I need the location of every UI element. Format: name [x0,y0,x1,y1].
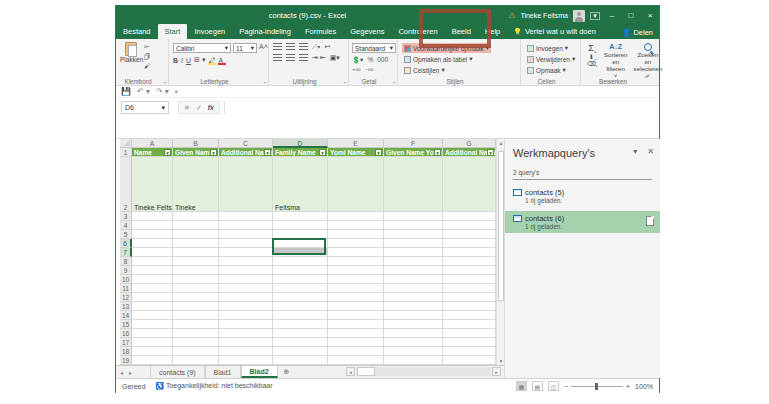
cell-C6[interactable] [219,239,273,248]
align-middle-icon[interactable] [286,43,295,50]
cell-F19[interactable] [384,356,443,365]
cell-D14[interactable] [273,311,328,320]
filter-dropdown-icon[interactable]: ▾ [487,149,494,156]
percent-icon[interactable]: % [367,56,373,64]
row-header-6[interactable]: 6 [120,239,132,248]
cell-A4[interactable] [132,221,173,230]
dialog-launcher-icon[interactable]: ⌐ [344,79,347,85]
orientation-icon[interactable]: ⟋▾ [312,43,320,51]
data-cell-B2[interactable]: Tineke [173,157,219,212]
sheet-nav-right-icon[interactable]: ▸ [129,369,132,376]
comma-icon[interactable]: 000 [377,56,388,64]
cell-B17[interactable] [173,338,219,347]
cell-A5[interactable] [132,230,173,239]
row-header-19[interactable]: 19 [120,356,132,365]
row-header-2[interactable]: 2 [120,157,132,212]
row-header-10[interactable]: 10 [120,275,132,284]
query-item-contacts-5[interactable]: contacts (5) 1 rij geladen. [505,185,660,207]
formula-input[interactable] [224,101,655,114]
cell-B8[interactable] [173,257,219,266]
cell-G17[interactable] [443,338,496,347]
cell-A9[interactable] [132,266,173,275]
cell-F11[interactable] [384,284,443,293]
indent-icon[interactable]: ⇥ ⇤ [312,54,326,62]
panel-menu-icon[interactable]: ▾ [633,147,637,156]
cell-B16[interactable] [173,329,219,338]
cell-D10[interactable] [273,275,328,284]
data-cell-C2[interactable] [219,157,273,212]
insert-cells-button[interactable]: Invoegen▾ [525,43,577,53]
cell-G13[interactable] [443,302,496,311]
cell-A18[interactable] [132,347,173,356]
cell-F18[interactable] [384,347,443,356]
horizontal-scrollbar[interactable]: ◂ ▸ [346,367,501,376]
cell-G8[interactable] [443,257,496,266]
cell-A8[interactable] [132,257,173,266]
cell-E14[interactable] [328,311,384,320]
cell-A19[interactable] [132,356,173,365]
cell-C13[interactable] [219,302,273,311]
row-header-13[interactable]: 13 [120,302,132,311]
cell-F5[interactable] [384,230,443,239]
cell-A11[interactable] [132,284,173,293]
zoom-slider-thumb[interactable] [595,383,598,390]
align-right-icon[interactable] [299,54,308,61]
align-top-icon[interactable] [273,43,282,50]
tab-gegevens[interactable]: Gegevens [343,24,391,39]
align-left-icon[interactable] [273,54,282,61]
zoom-slider[interactable] [571,386,623,387]
cell-E7[interactable] [328,248,384,257]
cell-A7[interactable] [132,248,173,257]
collapse-ribbon-icon[interactable]: ⌃ [643,75,649,83]
row-header-18[interactable]: 18 [120,347,132,356]
cell-G11[interactable] [443,284,496,293]
grow-font-icon[interactable]: A˄ [259,43,268,53]
cell-E13[interactable] [328,302,384,311]
number-format-combo[interactable]: Standaard▾ [352,43,396,53]
delete-cells-button[interactable]: Verwijderen▾ [525,54,577,64]
row-header-3[interactable]: 3 [120,212,132,221]
cell-A13[interactable] [132,302,173,311]
cell-A17[interactable] [132,338,173,347]
row-header-8[interactable]: 8 [120,257,132,266]
zoom-out-icon[interactable]: − [564,383,568,390]
decrease-decimal-icon[interactable]: ⁻⁰⁰ [365,67,374,75]
column-header-A[interactable]: A [132,139,173,148]
cell-F4[interactable] [384,221,443,230]
cell-D15[interactable] [273,320,328,329]
share-button[interactable]: 👤Delen [622,28,653,37]
cell-B6[interactable] [173,239,219,248]
clear-icon[interactable]: ⌫˯ [587,60,598,67]
zoom-level[interactable]: 100% [635,383,653,390]
row-header-11[interactable]: 11 [120,284,132,293]
cell-C11[interactable] [219,284,273,293]
cell-C10[interactable] [219,275,273,284]
cell-B3[interactable] [173,212,219,221]
row-header-9[interactable]: 9 [120,266,132,275]
cell-E18[interactable] [328,347,384,356]
cell-styles-button[interactable]: Celstijlen▾ [402,65,491,75]
cell-C4[interactable] [219,221,273,230]
cell-B11[interactable] [173,284,219,293]
fill-icon[interactable]: ⬇˯ [589,53,596,60]
scroll-right-icon[interactable]: ▸ [492,367,501,376]
tab-start[interactable]: Start [158,24,188,39]
cell-D8[interactable] [273,257,328,266]
cell-B12[interactable] [173,293,219,302]
filter-dropdown-icon[interactable]: ▾ [319,149,326,156]
increase-decimal-icon[interactable]: ⁺⁰⁰ [352,67,361,75]
column-header-B[interactable]: B [173,139,219,148]
cell-A10[interactable] [132,275,173,284]
cell-D4[interactable] [273,221,328,230]
cell-B19[interactable] [173,356,219,365]
page-layout-view-button[interactable]: ▤ [532,381,543,391]
cell-F14[interactable] [384,311,443,320]
cell-G18[interactable] [443,347,496,356]
sheet-tab-contacts[interactable]: contacts (9) [150,366,205,378]
row-header-5[interactable]: 5 [120,230,132,239]
cell-F3[interactable] [384,212,443,221]
cell-C3[interactable] [219,212,273,221]
tab-pagina-indeling[interactable]: Pagina-indeling [232,24,298,39]
row-header-1[interactable]: 1 [120,148,132,157]
cancel-icon[interactable]: ✕ [184,104,190,112]
